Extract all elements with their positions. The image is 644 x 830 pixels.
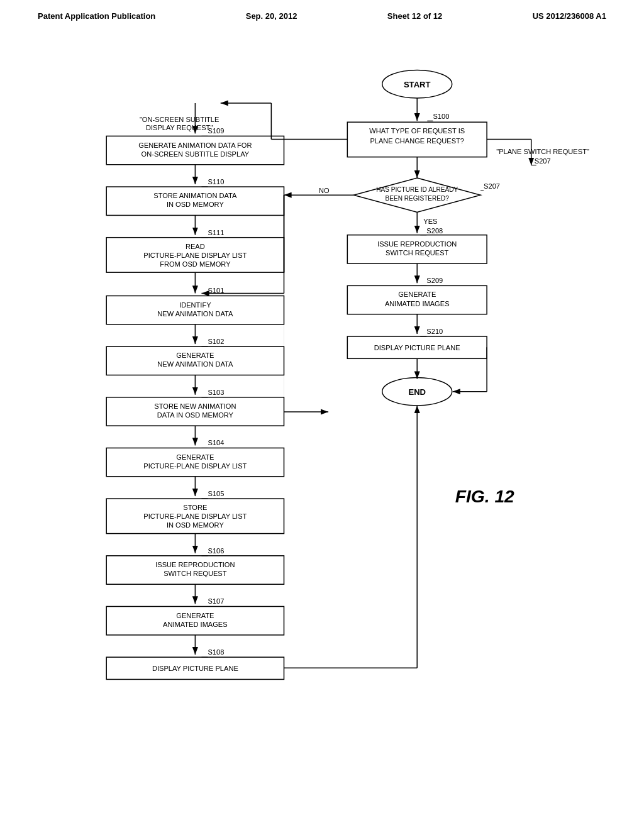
svg-text:S102: S102 xyxy=(208,338,225,345)
svg-text:S100: S100 xyxy=(433,113,449,120)
svg-text:ANIMATED IMAGES: ANIMATED IMAGES xyxy=(163,621,228,628)
svg-text:STORE ANIMATION DATA: STORE ANIMATION DATA xyxy=(153,192,237,199)
svg-text:S208: S208 xyxy=(426,227,443,235)
svg-text:START: START xyxy=(404,80,431,89)
diagram-area: START S100 WHAT TYPE OF REQUEST IS PLANE… xyxy=(0,27,644,800)
svg-text:GENERATE ANIMATION DATA FOR: GENERATE ANIMATION DATA FOR xyxy=(138,141,252,149)
svg-text:SWITCH REQUEST: SWITCH REQUEST xyxy=(164,570,227,577)
svg-text:PICTURE-PLANE DISPLAY LIST: PICTURE-PLANE DISPLAY LIST xyxy=(143,252,247,259)
svg-text:BEEN REGISTERED?: BEEN REGISTERED? xyxy=(386,195,450,202)
svg-text:FIG. 12: FIG. 12 xyxy=(455,486,514,506)
svg-text:S111: S111 xyxy=(208,229,225,236)
svg-text:DISPLAY PICTURE PLANE: DISPLAY PICTURE PLANE xyxy=(374,344,460,351)
header-center: Sep. 20, 2012 xyxy=(246,11,297,21)
svg-text:DATA IN OSD MEMORY: DATA IN OSD MEMORY xyxy=(157,411,234,419)
svg-text:ANIMATED IMAGES: ANIMATED IMAGES xyxy=(385,300,450,307)
svg-text:READ: READ xyxy=(186,243,205,250)
svg-text:IN OSD MEMORY: IN OSD MEMORY xyxy=(167,201,225,208)
svg-text:S106: S106 xyxy=(208,547,225,555)
svg-text:S209: S209 xyxy=(426,277,443,284)
svg-text:S108: S108 xyxy=(208,648,225,656)
svg-text:STORE NEW ANIMATION: STORE NEW ANIMATION xyxy=(154,402,236,410)
svg-text:S207: S207 xyxy=(535,157,551,165)
flowchart-svg: START S100 WHAT TYPE OF REQUEST IS PLANE… xyxy=(0,27,644,800)
svg-text:"PLANE SWITCH REQUEST": "PLANE SWITCH REQUEST" xyxy=(496,148,589,155)
svg-text:S104: S104 xyxy=(208,439,225,446)
svg-text:FROM OSD MEMORY: FROM OSD MEMORY xyxy=(160,260,231,268)
svg-text:NEW ANIMATION DATA: NEW ANIMATION DATA xyxy=(157,310,233,318)
svg-text:HAS PICTURE ID ALREADY: HAS PICTURE ID ALREADY xyxy=(376,186,458,193)
svg-text:STORE: STORE xyxy=(183,504,207,511)
svg-text:S103: S103 xyxy=(208,389,225,396)
svg-text:S110: S110 xyxy=(208,178,225,185)
svg-text:PICTURE-PLANE DISPLAY LIST: PICTURE-PLANE DISPLAY LIST xyxy=(143,462,247,470)
svg-text:IN OSD MEMORY: IN OSD MEMORY xyxy=(167,521,225,529)
svg-text:GENERATE: GENERATE xyxy=(176,351,214,359)
page-header: Patent Application Publication Sep. 20, … xyxy=(0,0,644,27)
svg-text:NEW ANIMATION DATA: NEW ANIMATION DATA xyxy=(157,360,233,368)
svg-text:"ON-SCREEN SUBTITLE: "ON-SCREEN SUBTITLE xyxy=(140,116,219,123)
svg-text:DISPLAY PICTURE PLANE: DISPLAY PICTURE PLANE xyxy=(152,665,238,672)
svg-text:S107: S107 xyxy=(208,597,225,605)
svg-text:S210: S210 xyxy=(426,328,443,335)
svg-text:S105: S105 xyxy=(208,490,225,497)
svg-text:S207: S207 xyxy=(484,182,500,190)
header-right: US 2012/236008 A1 xyxy=(533,11,606,21)
svg-text:END: END xyxy=(408,387,426,397)
svg-text:GENERATE: GENERATE xyxy=(398,290,436,298)
svg-text:PICTURE-PLANE DISPLAY LIST: PICTURE-PLANE DISPLAY LIST xyxy=(143,512,247,520)
svg-text:NO: NO xyxy=(319,187,330,194)
svg-text:ISSUE REPRODUCTION: ISSUE REPRODUCTION xyxy=(155,561,235,568)
svg-text:S101: S101 xyxy=(208,287,225,294)
svg-text:ON-SCREEN SUBTITLE DISPLAY: ON-SCREEN SUBTITLE DISPLAY xyxy=(142,150,250,158)
svg-text:GENERATE: GENERATE xyxy=(176,453,214,461)
svg-text:YES: YES xyxy=(423,218,437,225)
header-left: Patent Application Publication xyxy=(38,11,155,21)
svg-text:PLANE CHANGE  REQUEST?: PLANE CHANGE REQUEST? xyxy=(370,137,464,145)
svg-text:WHAT TYPE OF REQUEST IS: WHAT TYPE OF REQUEST IS xyxy=(369,127,465,135)
svg-text:ISSUE REPRODUCTION: ISSUE REPRODUCTION xyxy=(377,240,457,248)
svg-text:S109: S109 xyxy=(208,127,225,135)
svg-text:IDENTIFY: IDENTIFY xyxy=(179,301,211,309)
svg-text:DISPLAY REQUEST": DISPLAY REQUEST" xyxy=(146,124,213,131)
svg-text:SWITCH REQUEST: SWITCH REQUEST xyxy=(386,249,449,257)
svg-text:GENERATE: GENERATE xyxy=(176,612,214,619)
header-sheet: Sheet 12 of 12 xyxy=(387,11,442,21)
